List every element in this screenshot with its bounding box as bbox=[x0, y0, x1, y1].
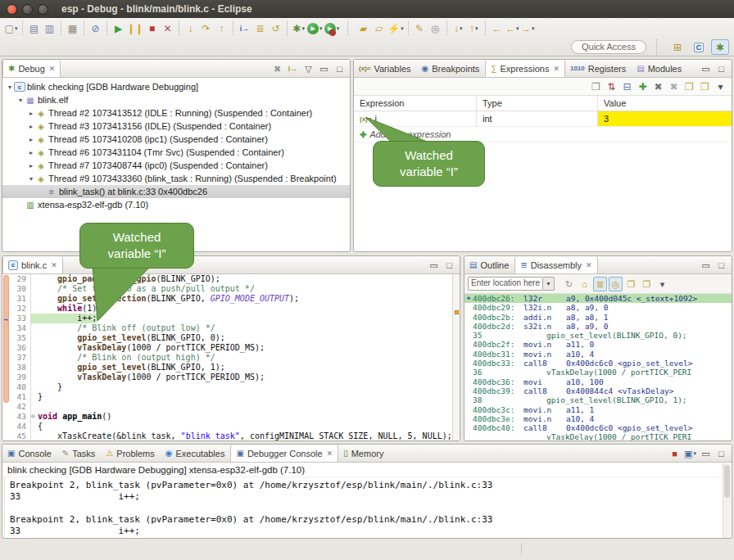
maximize-icon[interactable]: □ bbox=[714, 258, 728, 273]
tab-memory[interactable]: ▯Memory bbox=[338, 445, 389, 462]
logical-structure-icon[interactable]: ⇅ bbox=[605, 79, 618, 94]
location-dropdown-icon[interactable]: ▼ bbox=[543, 277, 555, 291]
close-icon[interactable]: ✕ bbox=[51, 261, 57, 269]
last-edit-location-icon[interactable]: ↓▾ bbox=[451, 21, 465, 36]
close-icon[interactable]: ✕ bbox=[553, 65, 560, 73]
line-number[interactable]: 42 bbox=[2, 402, 30, 412]
use-step-filters-icon[interactable]: ≣ bbox=[253, 21, 267, 36]
open-type-icon[interactable]: ▰ bbox=[356, 21, 370, 36]
link-editor-icon[interactable]: ◎ bbox=[428, 21, 442, 36]
line-number[interactable]: 34 bbox=[2, 323, 30, 333]
refresh-icon[interactable]: ↻ bbox=[562, 277, 576, 291]
line-number[interactable]: 44 bbox=[2, 422, 30, 431]
external-tools-icon[interactable]: ▶▾ bbox=[324, 21, 340, 36]
expander-icon[interactable]: ▾ bbox=[27, 175, 35, 183]
debug-perspective-icon[interactable]: ✱ bbox=[711, 39, 729, 55]
expander-icon[interactable]: ▾ bbox=[16, 97, 25, 104]
new-wizard-icon[interactable]: ▢▾ bbox=[4, 21, 18, 36]
suspend-icon[interactable]: ❙❙ bbox=[127, 21, 143, 36]
line-number[interactable]: 43 bbox=[2, 412, 30, 422]
expander-icon[interactable]: ▾ bbox=[6, 84, 14, 91]
debug-tree-item[interactable]: ▾cblink checking [GDB Hardware Debugging… bbox=[2, 80, 350, 93]
minimize-icon[interactable]: ▭ bbox=[699, 61, 713, 76]
save-all-icon[interactable]: ▥ bbox=[43, 21, 57, 36]
terminate-icon[interactable]: ■ bbox=[145, 21, 159, 36]
line-number[interactable]: 32 bbox=[2, 304, 30, 314]
tab-blink-c[interactable]: c blink.c ✕ bbox=[2, 256, 63, 273]
collapse-all-icon[interactable]: ⊟ bbox=[620, 79, 634, 94]
maximize-icon[interactable]: □ bbox=[333, 61, 347, 76]
remove-terminated-icon[interactable]: ✖ bbox=[270, 61, 284, 76]
code-editor[interactable]: → 29 gpio_pad_select_gpio(BLINK_GPIO);30… bbox=[2, 274, 460, 440]
forward-icon[interactable]: →▾ bbox=[521, 21, 535, 36]
open-perspective-icon[interactable]: ⊞ bbox=[668, 39, 686, 55]
close-icon[interactable]: ✕ bbox=[327, 449, 333, 458]
expander-icon[interactable]: ▸ bbox=[27, 110, 35, 117]
minimize-window-button[interactable] bbox=[22, 4, 33, 15]
tab-modules[interactable]: ▤Modules bbox=[632, 60, 687, 77]
remove-expression-icon[interactable]: ✖ bbox=[651, 79, 665, 94]
console-output[interactable]: Breakpoint 2, blink_task (pvParameter=0x… bbox=[4, 477, 732, 537]
line-number[interactable]: 29 bbox=[2, 274, 30, 284]
minimize-icon[interactable]: ▭ bbox=[699, 258, 713, 273]
terminate-icon[interactable]: ■ bbox=[668, 446, 682, 461]
line-number[interactable]: 36 bbox=[2, 343, 30, 353]
tab-executables[interactable]: ◉Executables bbox=[161, 445, 231, 462]
instruction-mode-icon[interactable]: i→ bbox=[286, 61, 300, 76]
back-icon[interactable]: ← bbox=[490, 21, 504, 36]
remove-all-expressions-icon[interactable]: ✖ bbox=[667, 79, 681, 94]
column-header-expression[interactable]: Expression bbox=[354, 96, 477, 111]
line-number[interactable]: 41 bbox=[2, 392, 30, 402]
goto-annotation-icon[interactable]: ↑▾ bbox=[467, 21, 481, 36]
run-icon[interactable]: ▶▾ bbox=[307, 21, 323, 36]
sync-selection-icon[interactable]: ◎ bbox=[609, 277, 623, 291]
debug-tree-item[interactable]: ▾▦blink.elf bbox=[2, 93, 350, 106]
line-number[interactable]: 45 bbox=[2, 431, 30, 441]
console-scrollbar[interactable] bbox=[723, 463, 731, 539]
display-selected-console-icon[interactable]: ▣▾ bbox=[683, 446, 697, 461]
minimize-icon[interactable]: ▭ bbox=[317, 61, 331, 76]
quick-access-button[interactable]: Quick Access bbox=[571, 40, 646, 54]
column-header-value[interactable]: Value bbox=[598, 96, 732, 111]
step-over-icon[interactable]: ↷ bbox=[199, 21, 213, 36]
tab-debugger-console[interactable]: ▣Debugger Console✕ bbox=[230, 445, 338, 462]
line-number[interactable]: 31 bbox=[2, 294, 30, 304]
debug-tree-item[interactable]: ▸◈Thread #7 1073408744 (ipc0) (Suspended… bbox=[2, 159, 350, 172]
new-view-icon[interactable]: ❐ bbox=[682, 79, 696, 94]
breakpoint-current-line-icon[interactable]: → bbox=[3, 314, 7, 324]
open-resource-icon[interactable]: ▱ bbox=[372, 21, 386, 36]
expander-icon[interactable]: ▸ bbox=[27, 123, 35, 130]
step-return-icon[interactable]: ↑ bbox=[215, 21, 229, 36]
line-number[interactable]: 30 bbox=[2, 284, 30, 294]
view-menu-icon[interactable]: ▾ bbox=[714, 79, 727, 94]
line-number[interactable]: 40 bbox=[2, 382, 30, 392]
debug-tree-item[interactable]: ≡blink_task() at blink.c:33 0x400dbc26 bbox=[2, 185, 350, 198]
debug-tree-item[interactable]: ▥xtensa-esp32-elf-gdb (7.10) bbox=[2, 198, 350, 211]
pin-view-icon[interactable]: ❐ bbox=[698, 79, 712, 94]
maximize-icon[interactable]: □ bbox=[714, 61, 728, 76]
annotation-column[interactable] bbox=[452, 274, 460, 440]
add-expression-icon[interactable]: ✚ bbox=[636, 79, 650, 94]
instruction-stepping-icon[interactable]: i→ bbox=[238, 21, 251, 36]
debug-tree-item[interactable]: ▾◈Thread #9 1073433360 (blink_task : Run… bbox=[2, 172, 350, 185]
disassembly-listing[interactable]: ◆400dbc26:l32ra9, 0x400d045c <_stext+109… bbox=[464, 294, 732, 441]
debug-icon[interactable]: ✱▾ bbox=[292, 21, 306, 36]
tab-outline[interactable]: ▤Outline bbox=[464, 256, 514, 273]
tab-registers[interactable]: 1010Registers bbox=[565, 60, 632, 77]
step-into-icon[interactable]: ↓ bbox=[184, 21, 197, 36]
expander-icon[interactable]: ▸ bbox=[27, 136, 35, 143]
tab-console[interactable]: ▣Console bbox=[2, 445, 57, 462]
tab-expressions[interactable]: ∑Expressions✕ bbox=[485, 60, 565, 77]
expander-icon[interactable]: ▸ bbox=[27, 149, 35, 156]
show-types-icon[interactable]: ❐ bbox=[589, 79, 603, 94]
close-icon[interactable]: ✕ bbox=[586, 261, 592, 269]
close-icon[interactable]: ✕ bbox=[49, 65, 56, 73]
fold-marker-icon[interactable]: ⊖ bbox=[31, 412, 35, 422]
resume-icon[interactable]: ▶ bbox=[111, 21, 125, 36]
home-icon[interactable]: ⌂ bbox=[578, 277, 591, 291]
line-number[interactable]: 37 bbox=[2, 353, 30, 363]
line-number[interactable]: 35 bbox=[2, 333, 30, 343]
column-header-type[interactable]: Type bbox=[477, 96, 598, 111]
view-menu-icon[interactable]: ▾ bbox=[655, 277, 669, 291]
cpp-perspective-icon[interactable]: C bbox=[690, 39, 708, 55]
